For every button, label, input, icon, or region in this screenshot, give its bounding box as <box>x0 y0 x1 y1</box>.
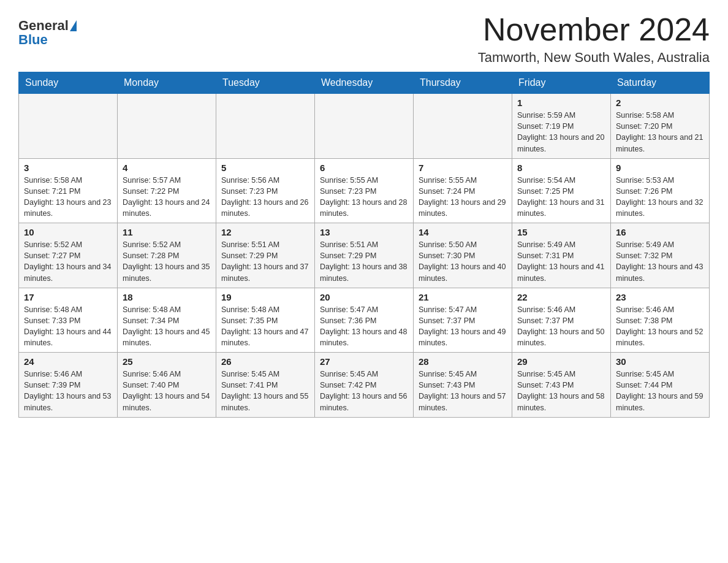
calendar-cell: 2Sunrise: 5:58 AMSunset: 7:20 PMDaylight… <box>611 94 710 159</box>
col-friday: Friday <box>512 72 611 94</box>
calendar-week-row: 24Sunrise: 5:46 AMSunset: 7:39 PMDayligh… <box>19 353 710 418</box>
day-info: Sunrise: 5:45 AMSunset: 7:43 PMDaylight:… <box>517 369 605 413</box>
calendar-cell: 24Sunrise: 5:46 AMSunset: 7:39 PMDayligh… <box>19 353 118 418</box>
day-number: 24 <box>24 356 112 367</box>
day-info: Sunrise: 5:52 AMSunset: 7:28 PMDaylight:… <box>123 239 211 284</box>
day-info: Sunrise: 5:51 AMSunset: 7:29 PMDaylight:… <box>320 239 408 284</box>
calendar-cell <box>216 94 315 159</box>
day-info: Sunrise: 5:47 AMSunset: 7:36 PMDaylight:… <box>320 304 408 349</box>
calendar-cell: 29Sunrise: 5:45 AMSunset: 7:43 PMDayligh… <box>512 353 611 418</box>
day-number: 23 <box>616 292 704 302</box>
day-number: 20 <box>320 292 408 302</box>
col-wednesday: Wednesday <box>315 72 414 94</box>
title-area: November 2024 Tamworth, New South Wales,… <box>478 12 710 66</box>
col-thursday: Thursday <box>414 72 512 94</box>
day-info: Sunrise: 5:45 AMSunset: 7:41 PMDaylight:… <box>221 369 309 413</box>
day-number: 17 <box>24 292 112 302</box>
day-info: Sunrise: 5:57 AMSunset: 7:22 PMDaylight:… <box>123 175 211 220</box>
day-info: Sunrise: 5:45 AMSunset: 7:42 PMDaylight:… <box>320 369 408 413</box>
day-number: 28 <box>419 356 507 367</box>
day-info: Sunrise: 5:53 AMSunset: 7:26 PMDaylight:… <box>616 175 704 220</box>
day-number: 2 <box>616 98 704 108</box>
calendar-cell: 12Sunrise: 5:51 AMSunset: 7:29 PMDayligh… <box>216 223 315 288</box>
calendar-cell: 9Sunrise: 5:53 AMSunset: 7:26 PMDaylight… <box>611 158 710 223</box>
day-number: 3 <box>24 163 112 173</box>
logo-text-general: General <box>18 18 69 33</box>
day-number: 13 <box>320 227 408 237</box>
calendar-cell: 15Sunrise: 5:49 AMSunset: 7:31 PMDayligh… <box>512 223 611 288</box>
day-info: Sunrise: 5:45 AMSunset: 7:44 PMDaylight:… <box>616 369 704 413</box>
month-year-title: November 2024 <box>478 12 710 47</box>
day-number: 10 <box>24 227 112 237</box>
day-info: Sunrise: 5:46 AMSunset: 7:40 PMDaylight:… <box>123 369 211 413</box>
day-number: 30 <box>616 356 704 367</box>
day-info: Sunrise: 5:56 AMSunset: 7:23 PMDaylight:… <box>221 175 309 220</box>
col-sunday: Sunday <box>19 72 118 94</box>
logo-text-blue: Blue <box>18 32 48 48</box>
day-number: 29 <box>517 356 605 367</box>
calendar-cell <box>118 94 216 159</box>
calendar-week-row: 17Sunrise: 5:48 AMSunset: 7:33 PMDayligh… <box>19 288 710 353</box>
calendar-cell: 16Sunrise: 5:49 AMSunset: 7:32 PMDayligh… <box>611 223 710 288</box>
calendar-cell: 10Sunrise: 5:52 AMSunset: 7:27 PMDayligh… <box>19 223 118 288</box>
calendar-cell: 22Sunrise: 5:46 AMSunset: 7:37 PMDayligh… <box>512 288 611 353</box>
day-info: Sunrise: 5:51 AMSunset: 7:29 PMDaylight:… <box>221 239 309 284</box>
calendar-cell: 26Sunrise: 5:45 AMSunset: 7:41 PMDayligh… <box>216 353 315 418</box>
calendar-cell: 25Sunrise: 5:46 AMSunset: 7:40 PMDayligh… <box>118 353 216 418</box>
calendar-cell: 11Sunrise: 5:52 AMSunset: 7:28 PMDayligh… <box>118 223 216 288</box>
logo: General Blue <box>18 12 77 48</box>
calendar-week-row: 10Sunrise: 5:52 AMSunset: 7:27 PMDayligh… <box>19 223 710 288</box>
calendar-cell: 13Sunrise: 5:51 AMSunset: 7:29 PMDayligh… <box>315 223 414 288</box>
day-info: Sunrise: 5:54 AMSunset: 7:25 PMDaylight:… <box>517 175 605 220</box>
calendar-cell: 3Sunrise: 5:58 AMSunset: 7:21 PMDaylight… <box>19 158 118 223</box>
day-number: 7 <box>419 163 507 173</box>
calendar-cell <box>19 94 118 159</box>
calendar-cell: 4Sunrise: 5:57 AMSunset: 7:22 PMDaylight… <box>118 158 216 223</box>
col-tuesday: Tuesday <box>216 72 315 94</box>
day-info: Sunrise: 5:46 AMSunset: 7:37 PMDaylight:… <box>517 304 605 349</box>
calendar-cell: 8Sunrise: 5:54 AMSunset: 7:25 PMDaylight… <box>512 158 611 223</box>
day-number: 8 <box>517 163 605 173</box>
day-info: Sunrise: 5:49 AMSunset: 7:32 PMDaylight:… <box>616 239 704 284</box>
day-number: 11 <box>123 227 211 237</box>
day-info: Sunrise: 5:52 AMSunset: 7:27 PMDaylight:… <box>24 239 112 284</box>
day-number: 15 <box>517 227 605 237</box>
calendar-header-row: Sunday Monday Tuesday Wednesday Thursday… <box>19 72 710 94</box>
day-number: 12 <box>221 227 309 237</box>
calendar-cell: 17Sunrise: 5:48 AMSunset: 7:33 PMDayligh… <box>19 288 118 353</box>
day-number: 5 <box>221 163 309 173</box>
calendar-cell: 21Sunrise: 5:47 AMSunset: 7:37 PMDayligh… <box>414 288 512 353</box>
day-number: 6 <box>320 163 408 173</box>
day-info: Sunrise: 5:46 AMSunset: 7:38 PMDaylight:… <box>616 304 704 349</box>
calendar-week-row: 3Sunrise: 5:58 AMSunset: 7:21 PMDaylight… <box>19 158 710 223</box>
calendar-cell: 18Sunrise: 5:48 AMSunset: 7:34 PMDayligh… <box>118 288 216 353</box>
calendar-cell: 19Sunrise: 5:48 AMSunset: 7:35 PMDayligh… <box>216 288 315 353</box>
day-info: Sunrise: 5:55 AMSunset: 7:24 PMDaylight:… <box>419 175 507 220</box>
calendar-cell: 27Sunrise: 5:45 AMSunset: 7:42 PMDayligh… <box>315 353 414 418</box>
day-number: 19 <box>221 292 309 302</box>
day-number: 21 <box>419 292 507 302</box>
day-info: Sunrise: 5:48 AMSunset: 7:33 PMDaylight:… <box>24 304 112 349</box>
calendar-cell: 7Sunrise: 5:55 AMSunset: 7:24 PMDaylight… <box>414 158 512 223</box>
day-info: Sunrise: 5:47 AMSunset: 7:37 PMDaylight:… <box>419 304 507 349</box>
day-info: Sunrise: 5:59 AMSunset: 7:19 PMDaylight:… <box>517 110 605 155</box>
day-number: 18 <box>123 292 211 302</box>
calendar-cell: 30Sunrise: 5:45 AMSunset: 7:44 PMDayligh… <box>611 353 710 418</box>
day-number: 1 <box>517 98 605 108</box>
day-info: Sunrise: 5:55 AMSunset: 7:23 PMDaylight:… <box>320 175 408 220</box>
day-number: 14 <box>419 227 507 237</box>
calendar-cell <box>414 94 512 159</box>
calendar-cell: 6Sunrise: 5:55 AMSunset: 7:23 PMDaylight… <box>315 158 414 223</box>
location-subtitle: Tamworth, New South Wales, Australia <box>478 50 710 66</box>
day-info: Sunrise: 5:58 AMSunset: 7:21 PMDaylight:… <box>24 175 112 220</box>
day-number: 16 <box>616 227 704 237</box>
col-saturday: Saturday <box>611 72 710 94</box>
calendar-cell: 28Sunrise: 5:45 AMSunset: 7:43 PMDayligh… <box>414 353 512 418</box>
calendar-cell: 23Sunrise: 5:46 AMSunset: 7:38 PMDayligh… <box>611 288 710 353</box>
day-info: Sunrise: 5:46 AMSunset: 7:39 PMDaylight:… <box>24 369 112 413</box>
day-number: 4 <box>123 163 211 173</box>
header: General Blue November 2024 Tamworth, New… <box>18 12 710 66</box>
day-number: 9 <box>616 163 704 173</box>
day-info: Sunrise: 5:48 AMSunset: 7:35 PMDaylight:… <box>221 304 309 349</box>
day-number: 25 <box>123 356 211 367</box>
